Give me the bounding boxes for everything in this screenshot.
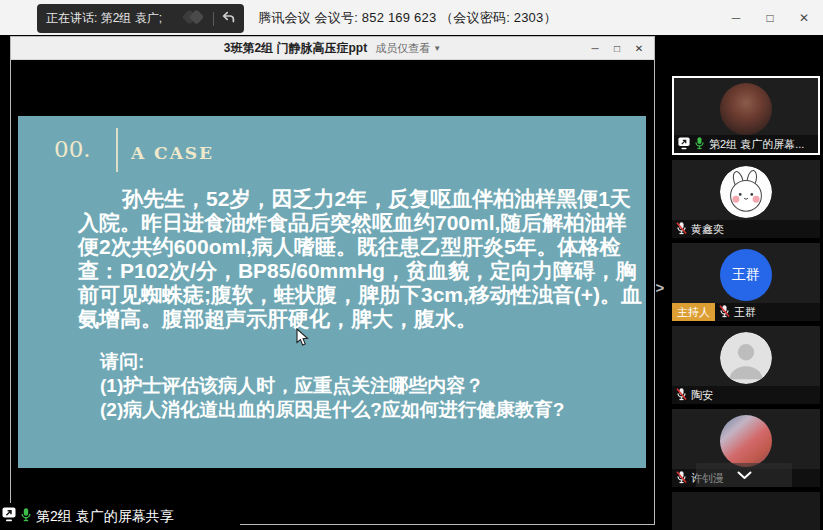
mouse-cursor-icon: [296, 328, 309, 351]
screen-share-status-banner: 第2组 袁广的屏幕共享: [0, 503, 240, 530]
participant-label: 黄鑫奕: [672, 220, 820, 238]
initials-avatar: 王群: [720, 249, 772, 301]
participant-label: 陶安: [672, 386, 820, 404]
slide-heading: A CASE: [131, 143, 214, 163]
avatar: [720, 83, 772, 135]
close-button[interactable]: ✕: [787, 0, 821, 35]
participant-tile-sharer[interactable]: 第2组 袁广的屏幕...: [672, 76, 820, 155]
view-mode-caret-icon[interactable]: ▼: [433, 44, 441, 53]
share-banner-label: 第2组 袁广的屏幕共享: [36, 508, 174, 526]
participant-name: 王群: [734, 305, 756, 320]
participant-label: 主持人 王群: [672, 303, 820, 321]
case-description-text: 孙先生，52岁，因乏力2年，反复呕血伴柏油样黑便1天入院。昨日进食油炸食品后突然…: [78, 187, 643, 331]
artwork-avatar: [720, 415, 772, 467]
participant-tile-host[interactable]: 王群 主持人 王群: [672, 243, 820, 321]
participant-tile[interactable]: 陶安: [672, 326, 820, 404]
ppt-slide: 00. A CASE 孙先生，52岁，因乏力2年，反复呕血伴柏油样黑便1天入院。…: [18, 116, 646, 468]
participant-tile-partial[interactable]: [672, 492, 820, 530]
meeting-logo-icon: [178, 8, 208, 30]
speaking-indicator-text: 正在讲话: 第2组 袁广;: [46, 10, 162, 27]
maximize-button[interactable]: □: [753, 0, 787, 35]
participant-name: 黄鑫奕: [691, 222, 724, 237]
collapse-videos-button[interactable]: [696, 463, 792, 487]
question-lead: 请问:: [100, 350, 564, 374]
share-window-titlebar: 3班第2组 门静脉高压症ppt 成员仅查看 ▼ ─ □ ✕: [11, 37, 654, 60]
participant-name: 第2组 袁广的屏幕...: [709, 137, 804, 152]
tencent-meeting-window: 腾讯会议 会议号: 852 169 623 （会议密码: 2303） ─ □ ✕…: [0, 0, 823, 530]
question-1: (1)护士评估该病人时，应重点关注哪些内容？: [100, 374, 564, 398]
share-minimize-button[interactable]: ─: [584, 37, 606, 60]
participant-tile[interactable]: 黄鑫奕: [672, 160, 820, 238]
slide-number: 00.: [54, 136, 91, 162]
host-badge: 主持人: [672, 303, 715, 321]
restore-arrow-icon[interactable]: [221, 10, 235, 28]
screen-share-icon: [2, 507, 16, 526]
mic-muted-icon: [676, 387, 687, 403]
participant-label: 第2组 袁广的屏幕...: [674, 135, 818, 153]
share-close-button[interactable]: ✕: [628, 37, 650, 60]
mic-on-icon: [694, 136, 705, 152]
default-avatar: [720, 332, 772, 384]
participant-name: 陶安: [691, 388, 713, 403]
shared-screen-content: 00. A CASE 孙先生，52岁，因乏力2年，反复呕血伴柏油样黑便1天入院。…: [11, 60, 654, 524]
share-window-controls: ─ □ ✕: [584, 37, 650, 60]
question-2: (2)病人消化道出血的原因是什么?应如何进行健康教育?: [100, 398, 564, 422]
speaking-indicator-pill[interactable]: 正在讲话: 第2组 袁广;: [37, 4, 244, 33]
mic-muted-icon: [719, 304, 730, 320]
window-controls: ─ □ ✕: [719, 0, 821, 35]
bunny-avatar: [720, 166, 772, 218]
participant-tile[interactable]: 许钊漫: [672, 409, 820, 487]
meeting-title: 腾讯会议 会议号: 852 169 623 （会议密码: 2303）: [258, 0, 557, 35]
screen-share-viewer-window: 3班第2组 门静脉高压症ppt 成员仅查看 ▼ ─ □ ✕ 00. A CASE…: [10, 36, 655, 525]
share-maximize-button[interactable]: □: [606, 37, 628, 60]
minimize-button[interactable]: ─: [719, 0, 753, 35]
view-mode-label[interactable]: 成员仅查看: [375, 41, 430, 56]
pill-divider: [213, 12, 214, 26]
sidebar-collapse-chevron-icon[interactable]: >: [652, 276, 668, 298]
mic-muted-icon: [676, 470, 687, 486]
shared-doc-title: 3班第2组 门静脉高压症ppt: [224, 40, 367, 57]
screen-share-icon: [678, 137, 690, 152]
case-questions: 请问: (1)护士评估该病人时，应重点关注哪些内容？ (2)病人消化道出血的原因…: [100, 350, 564, 422]
slide-heading-divider: [116, 128, 118, 172]
mic-on-icon: [20, 507, 32, 526]
mic-muted-icon: [676, 221, 687, 237]
